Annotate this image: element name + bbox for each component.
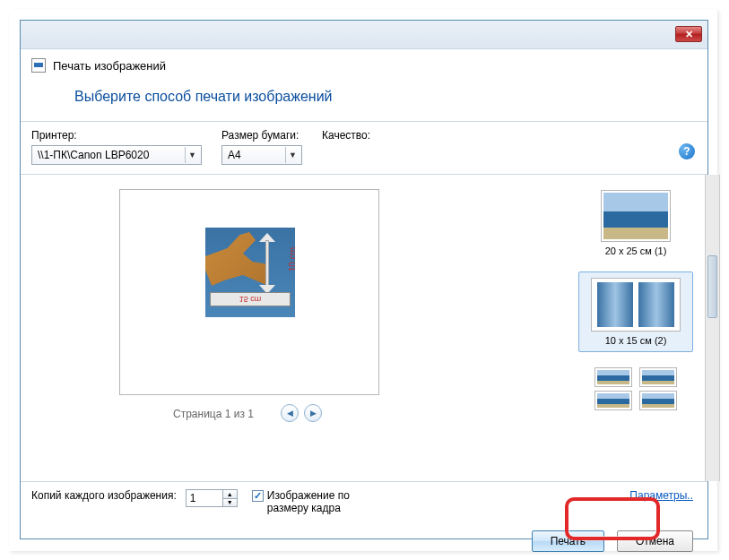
printer-value: \\1-ПК\Canon LBP6020 [38, 149, 185, 161]
page-nav: ◀ ▶ [281, 404, 322, 422]
spin-up-button[interactable]: ▲ [223, 490, 237, 499]
layout-caption: 10 x 15 см (2) [585, 335, 687, 346]
page-counter: Страница 1 из 1 [173, 408, 254, 420]
paper-value: A4 [228, 149, 285, 161]
preview-image: 10 cm 15 cm [205, 228, 295, 317]
scrollbar-thumb[interactable] [707, 255, 717, 318]
window-title: Печать изображений [53, 59, 166, 73]
title-row: Печать изображений [21, 49, 707, 73]
quality-group: Качество: [322, 129, 370, 165]
close-icon: ✕ [685, 29, 693, 40]
parameters-link[interactable]: Параметры.. [629, 489, 693, 502]
checkbox-icon: ✓ [252, 490, 264, 502]
layout-thumb-icon [591, 367, 681, 410]
layout-thumb-icon [591, 278, 681, 332]
preview-page: 10 cm 15 cm [119, 189, 379, 395]
layouts-column: 20 x 25 см (1) 10 x 15 см (2) [564, 175, 707, 481]
chevron-down-icon: ▼ [185, 147, 199, 163]
horizontal-ruler: 15 cm [210, 292, 291, 306]
layout-item-10x15[interactable]: 10 x 15 см (2) [578, 271, 693, 352]
copies-spinner: ▲ ▼ [186, 489, 238, 507]
dimension-v: 10 cm [288, 247, 295, 271]
prev-page-button[interactable]: ◀ [281, 404, 299, 422]
layouts-scrollbar[interactable] [705, 175, 720, 481]
paper-combobox[interactable]: A4 ▼ [221, 145, 302, 165]
printer-label: Принтер: [31, 129, 202, 142]
selectors-row: Принтер: \\1-ПК\Canon LBP6020 ▼ Размер б… [21, 122, 707, 175]
chevron-down-icon: ▼ [285, 147, 299, 163]
cancel-button[interactable]: Отмена [617, 530, 693, 552]
fit-label: Изображение по размеру кадра [267, 489, 375, 514]
titlebar-chrome: ✕ [21, 21, 707, 49]
copies-input[interactable] [186, 489, 223, 507]
quality-label: Качество: [322, 129, 370, 142]
print-dialog: ✕ Печать изображений Выберите способ печ… [20, 20, 708, 539]
paper-label: Размер бумаги: [221, 129, 302, 142]
spin-down-button[interactable]: ▼ [223, 499, 237, 507]
paper-group: Размер бумаги: A4 ▼ [221, 129, 302, 165]
content-row: 10 cm 15 cm Страница 1 из 1 ◀ ▶ 20 x 25 … [21, 175, 707, 481]
page-heading: Выберите способ печати изображений [21, 73, 707, 122]
layout-caption: 20 x 25 см (1) [585, 246, 687, 256]
fit-to-frame-checkbox[interactable]: ✓ Изображение по размеру кадра [252, 489, 375, 514]
preview-column: 10 cm 15 cm Страница 1 из 1 ◀ ▶ [21, 175, 564, 481]
printer-group: Принтер: \\1-ПК\Canon LBP6020 ▼ [31, 129, 202, 165]
close-button[interactable]: ✕ [675, 26, 702, 42]
layout-thumb-icon [601, 190, 671, 242]
dimension-h: 15 cm [239, 295, 262, 304]
printer-combobox[interactable]: \\1-ПК\Canon LBP6020 ▼ [31, 145, 202, 165]
vertical-arrow-icon [259, 233, 275, 294]
layout-item-20x25[interactable]: 20 x 25 см (1) [578, 184, 693, 263]
layout-item-4up[interactable] [578, 361, 693, 415]
next-page-button[interactable]: ▶ [304, 404, 322, 422]
print-button[interactable]: Печать [532, 530, 604, 552]
footer-buttons: Печать Отмена [21, 521, 707, 560]
footer-options: Копий каждого изображения: ▲ ▼ ✓ Изображ… [21, 481, 707, 521]
printer-icon [31, 58, 46, 73]
copies-label: Копий каждого изображения: [31, 489, 177, 502]
spinner-buttons: ▲ ▼ [223, 489, 238, 507]
help-icon[interactable]: ? [679, 143, 695, 159]
